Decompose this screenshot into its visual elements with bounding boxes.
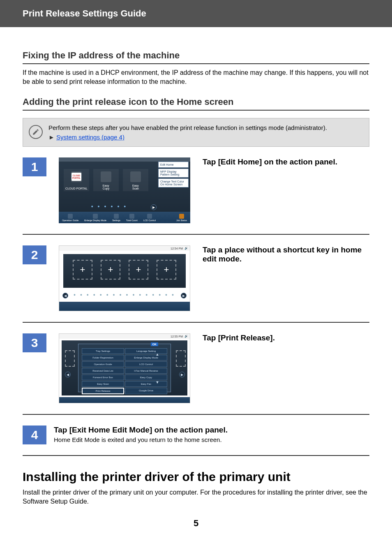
sound-icon: 🔊 <box>184 335 188 338</box>
ok-button[interactable]: OK <box>151 342 159 346</box>
page-number: 5 <box>23 518 369 529</box>
step-4: 4 Tap [Exit Home Edit Mode] on the actio… <box>23 426 369 456</box>
page-content: Fixing the IP address of the machine If … <box>0 27 392 537</box>
bottom-total-count[interactable]: Total Count <box>126 214 138 222</box>
clock: 12:54 PM <box>171 247 183 250</box>
doc-title: Print Release Settings Guide <box>23 8 146 18</box>
action-panel-item[interactable]: MFP Display Pattern Setting <box>158 169 189 178</box>
note-box: Perform these steps after you have enabl… <box>23 118 369 147</box>
next-page-arrow-icon[interactable]: ▶ <box>179 372 185 377</box>
empty-slot[interactable]: + <box>129 260 148 280</box>
bottom-lcd-control[interactable]: LCD Control <box>143 214 156 222</box>
section-ip-para: If the machine is used in a DHCP environ… <box>23 68 369 86</box>
list-item[interactable]: Easy Scan <box>82 381 124 387</box>
link-arrow: ► <box>48 134 55 141</box>
scan-icon <box>130 171 141 182</box>
bottom-settings[interactable]: Settings <box>112 214 120 222</box>
sound-icon: 🔊 <box>184 247 188 250</box>
step-number: 1 <box>23 157 46 176</box>
section-heading-icon: Adding the print release icon to the Hom… <box>23 97 369 111</box>
copy-icon <box>101 171 111 182</box>
step-1: 1 Edit Home MFP Display Pattern Setting … <box>23 157 369 235</box>
section-heading-ip: Fixing the IP address of the machine <box>23 50 369 64</box>
next-page-arrow-icon[interactable]: ▶ <box>181 293 187 298</box>
list-item[interactable]: Operation Guide <box>82 361 124 367</box>
function-select-modal: OK ▲▼ Tray Settings Language Setting Fol… <box>78 344 171 392</box>
step-3-title: Tap [Print Release]. <box>203 333 369 342</box>
clock: 12:55 PM <box>171 335 183 338</box>
step-1-title: Tap [Edit Home] on the action panel. <box>203 157 369 166</box>
list-item[interactable]: Language Setting <box>125 348 167 354</box>
step-2-title: Tap a place without a shortcut key in ho… <box>203 245 369 264</box>
slot-placeholder <box>65 350 75 367</box>
list-item[interactable]: Enlarge Display Mode <box>125 355 167 361</box>
action-panel-item[interactable]: Change Text Color On Home Screen <box>158 178 189 187</box>
list-item-print-release[interactable]: Print Release <box>82 388 124 394</box>
note-line1: Perform these steps after you have enabl… <box>48 123 327 132</box>
step-1-screenshot: Edit Home MFP Display Pattern Setting Ch… <box>59 157 190 223</box>
prev-page-arrow-icon[interactable]: ◀ <box>65 372 71 377</box>
list-item[interactable]: Forward Error Box <box>82 375 124 380</box>
home-tile-easy-copy[interactable]: Easy Copy <box>93 169 119 191</box>
empty-slot[interactable]: + <box>73 260 92 280</box>
home-tile-easy-scan[interactable]: Easy Scan <box>123 169 148 191</box>
list-item[interactable]: Folder Registration <box>82 355 124 361</box>
list-item[interactable]: Received Data List <box>82 368 124 374</box>
list-item[interactable]: Tray Settings <box>82 348 124 354</box>
scroll-down-icon[interactable]: ▼ <box>156 380 159 384</box>
prev-page-arrow-icon[interactable]: ◀ <box>62 293 68 298</box>
step-3: 3 12:55 PM🔊 ◀ ▶ OK ▲▼ Tray Settings Lang… <box>23 333 369 415</box>
step-number: 4 <box>23 426 46 444</box>
bottom-enlarge[interactable]: Enlarge Display Mode <box>84 214 106 222</box>
section-heading-install: Installing the printer driver of the pri… <box>23 470 369 484</box>
page-dots: ● ● ● ● ● ● <box>59 204 160 208</box>
step-4-title: Tap [Exit Home Edit Mode] on the action … <box>54 426 369 435</box>
list-item[interactable]: Easy Copy <box>125 375 167 380</box>
list-item[interactable]: Easy Fax <box>125 381 167 387</box>
step-2-screenshot: 12:54 PM🔊 + + + + ● ● ● ● ● ● ● ● ● ● ● … <box>59 245 190 311</box>
slot-placeholder <box>176 350 186 367</box>
step-number: 2 <box>23 245 46 264</box>
scroll-up-icon[interactable]: ▲ <box>156 352 159 356</box>
action-panel-item[interactable]: Edit Home <box>158 162 189 168</box>
empty-slot[interactable]: + <box>101 260 120 280</box>
bottom-job-status[interactable]: Job Status <box>176 214 187 222</box>
list-item[interactable]: I-Fax Manual Receive <box>125 368 167 374</box>
page-dots: ● ● ● ● ● ● ● ● ● ● ● ● ● ● ● ● <box>59 293 190 297</box>
step-4-sub: Home Edit Mode is exited and you return … <box>54 436 369 443</box>
list-item[interactable]: LCD Control <box>125 361 167 367</box>
system-settings-link[interactable]: System settings (page 4) <box>56 134 125 141</box>
list-item[interactable]: Google Drive <box>125 388 167 394</box>
bottom-operation-guide[interactable]: Operation Guide <box>62 214 78 222</box>
doc-header: Print Release Settings Guide <box>0 0 392 27</box>
step-number: 3 <box>23 333 46 352</box>
section-install-para: Install the printer driver of the primar… <box>23 488 369 506</box>
home-tile-cloud-portal[interactable]: CLOUDPORTAL CLOUD PORTAL <box>64 169 89 191</box>
step-2: 2 12:54 PM🔊 + + + + ● ● ● ● ● ● ● ● ● ● … <box>23 245 369 323</box>
empty-slot[interactable]: + <box>157 260 176 280</box>
step-3-screenshot: 12:55 PM🔊 ◀ ▶ OK ▲▼ Tray Settings Langua… <box>59 333 190 403</box>
pencil-icon <box>29 125 43 139</box>
next-page-arrow-icon[interactable]: ▶ <box>151 204 157 210</box>
